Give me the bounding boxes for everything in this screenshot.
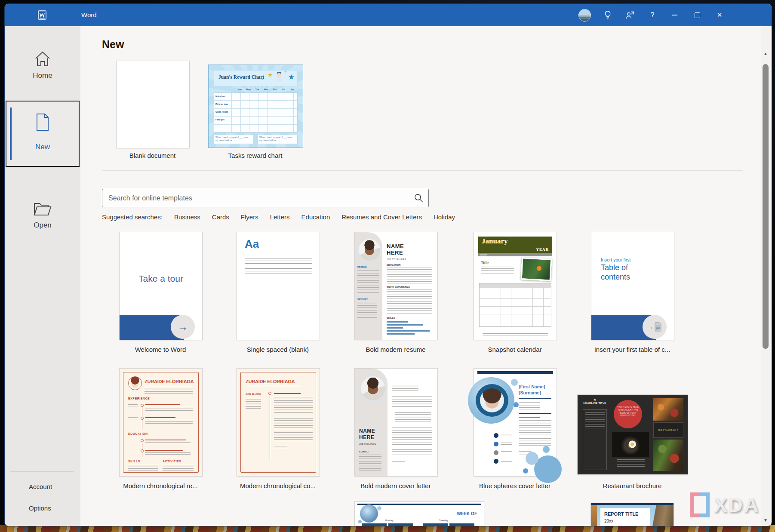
- reward-days-row: Sun Mon Tue Wed Thu Fri Sat: [235, 88, 297, 91]
- sphere-dot: [526, 452, 538, 465]
- day-label: Monday: [385, 519, 394, 522]
- text-lines: [145, 452, 191, 456]
- quote-circle: "PUT A QUOTE HERE TO HIGHLIGHT THIS ISSU…: [614, 400, 642, 428]
- text-lines: [483, 333, 548, 337]
- thumb-date: JUNE 13, 20XX: [246, 393, 261, 395]
- suggested-searches: Suggested searches: Business Cards Flyer…: [102, 213, 455, 221]
- help-icon[interactable]: ?: [647, 9, 658, 21]
- thumb-title: Title: [481, 261, 489, 265]
- report-year: 20xx: [604, 519, 650, 523]
- template-tile-restaurant[interactable]: ✖ HEADLINE TITLE "PUT A QUOTE HERE TO HI…: [577, 394, 688, 475]
- word-app-icon: [37, 9, 48, 22]
- maximize-button[interactable]: [692, 9, 703, 21]
- timeline: [270, 394, 270, 459]
- minimize-glyph: [672, 15, 677, 15]
- sidebar-item-options[interactable]: Options: [29, 504, 51, 512]
- text-lines: [519, 402, 540, 410]
- rule: [519, 413, 551, 414]
- entry-title-bar: [145, 440, 186, 440]
- home-icon: [34, 61, 52, 69]
- top-bar: [357, 504, 481, 505]
- sidebar-item-new[interactable]: New: [6, 101, 80, 167]
- sidebar-item-home[interactable]: Home: [5, 50, 80, 80]
- template-tile-toc[interactable]: Insert your first Table of contents →: [591, 232, 674, 340]
- table-header-bar: [362, 523, 387, 526]
- scroll-down-icon[interactable]: ▼: [761, 518, 770, 523]
- entry-title-bar: [145, 404, 180, 405]
- food-bowl-photo: [612, 432, 649, 457]
- text-lines: [392, 396, 432, 407]
- thumb-heading: SKILLS: [128, 460, 140, 463]
- text-lines: [128, 417, 138, 421]
- suggested-link-resumes[interactable]: Resumes and Cover Letters: [341, 213, 422, 221]
- text-lines: [145, 388, 193, 394]
- feedback-people-icon[interactable]: [624, 9, 636, 21]
- address-lines: [617, 459, 645, 467]
- template-tile-blank-document[interactable]: [116, 61, 190, 148]
- template-tile-report-partial[interactable]: REPORT TITLE 20xx: [590, 503, 674, 526]
- thumb-heading: ACTIVITIES: [163, 460, 181, 463]
- brochure-headline: HEADLINE TITLE: [582, 402, 608, 404]
- suggested-link-letters[interactable]: Letters: [270, 213, 290, 221]
- thumb-first-name: [First Name]: [519, 384, 545, 389]
- close-button[interactable]: ✕: [714, 9, 725, 21]
- minimize-button[interactable]: [669, 9, 680, 21]
- chore-label: Feed pet: [215, 118, 225, 121]
- text-lines: [357, 302, 377, 319]
- day-label: Mon: [244, 88, 252, 91]
- photo-circle: [358, 238, 381, 261]
- page-title: New: [102, 38, 124, 51]
- suggested-link-flyers[interactable]: Flyers: [241, 213, 258, 221]
- template-tile-chrono-resume[interactable]: ZURAIDE ELORRIAGA EXPERIENCE EDUCATION S…: [119, 368, 203, 477]
- template-label: Tasks reward chart: [208, 152, 302, 159]
- suggested-link-business[interactable]: Business: [174, 213, 200, 221]
- table-header-bar: [423, 523, 448, 526]
- thumb-name: NAME HERE: [359, 428, 386, 441]
- scroll-up-icon[interactable]: ▲: [761, 51, 770, 56]
- sidebar-item-account[interactable]: Account: [29, 483, 52, 490]
- grid-line: [236, 93, 236, 132]
- text-lines: [392, 460, 405, 463]
- text-lines: [357, 270, 379, 294]
- text-lines: [519, 420, 551, 436]
- template-tile-weekly-partial[interactable]: WEEK OF Monday Tuesday: [354, 501, 484, 526]
- toc-line3: contents: [601, 273, 630, 282]
- account-avatar[interactable]: [578, 9, 591, 22]
- chore-label: Make bed: [215, 95, 225, 98]
- thumb-name: ZURAIDE ELORRIAGA: [145, 379, 194, 384]
- top-bar: [477, 371, 553, 374]
- take-a-tour-text: Take a tour: [120, 274, 202, 284]
- template-tile-tasks-reward-chart[interactable]: Juan's Reward Chart ★ ★ ★ ★ Sun Mon Tue …: [208, 65, 303, 148]
- sphere-dot: [523, 468, 528, 474]
- template-tile-bold-resume[interactable]: PROFILE CONTACT NAME HERE JOB TITLE HERE…: [354, 232, 438, 340]
- template-label: Modern chronological re...: [119, 482, 202, 489]
- document-icon: [654, 322, 662, 332]
- text-lines: [128, 404, 138, 408]
- template-tile-bold-cover[interactable]: NAME HERE JOB TITLE HERE CONTACT: [354, 368, 438, 477]
- maximize-glyph: [695, 12, 700, 18]
- timeline-dot: [141, 417, 144, 420]
- search-icon[interactable]: [414, 193, 424, 205]
- template-tile-blue-spheres[interactable]: [First Name] [Surname]: [474, 368, 557, 477]
- timeline-dot: [268, 392, 271, 395]
- sidebar: Home New Open Account Options: [5, 26, 80, 526]
- template-tile-snapshot-calendar[interactable]: January YEAR Subtitle Title: [474, 232, 557, 340]
- sidebar-item-open[interactable]: Open: [5, 201, 80, 230]
- month-label: January: [482, 237, 507, 246]
- template-tile-chrono-cover[interactable]: ZURAIDE ELORRIAGA JUNE 13, 20XX: [237, 368, 320, 477]
- window-title: Word: [81, 11, 97, 18]
- suggested-link-cards[interactable]: Cards: [212, 213, 229, 221]
- thumb-heading: EXPERIENCE: [128, 397, 150, 400]
- suggested-link-holiday[interactable]: Holiday: [434, 213, 455, 221]
- template-tile-single-spaced[interactable]: Aa: [237, 232, 320, 340]
- suggested-link-education[interactable]: Education: [301, 213, 330, 221]
- bullet-dot: [494, 459, 498, 464]
- text-lines: [501, 460, 512, 462]
- template-tile-welcome[interactable]: Take a tour →: [119, 232, 203, 340]
- text-lines: [387, 269, 432, 284]
- scrollbar-thumb[interactable]: [763, 64, 769, 349]
- reward-note-box: When I reach my goal of ___ stars, my re…: [214, 135, 253, 144]
- scrollbar[interactable]: ▲ ▼: [761, 26, 770, 525]
- search-input[interactable]: [102, 189, 429, 207]
- lightbulb-icon[interactable]: [602, 9, 613, 21]
